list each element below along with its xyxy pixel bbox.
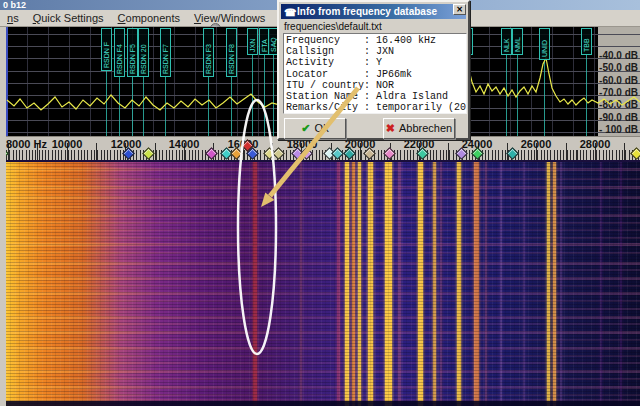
frequency-label: 8000 Hz bbox=[6, 138, 47, 150]
station-tag[interactable]: NLK bbox=[501, 28, 512, 55]
station-tag[interactable]: NML bbox=[512, 28, 523, 55]
frequency-label: 14000 bbox=[169, 138, 200, 150]
window-frame bbox=[0, 27, 6, 406]
info-dialog: ☎ Info from frequency database ✕ frequen… bbox=[277, 0, 470, 140]
waterfall-bottom-edge bbox=[6, 401, 640, 406]
station-tag[interactable]: TBB bbox=[581, 28, 592, 55]
station-tag[interactable]: RSDN F bbox=[101, 28, 112, 71]
station-tag[interactable]: RSDN F4 bbox=[114, 28, 125, 77]
dialog-close-button[interactable]: ✕ bbox=[453, 4, 466, 15]
station-tag[interactable]: RSDN F7 bbox=[160, 28, 171, 77]
dialog-titlebar[interactable]: ☎ Info from frequency database bbox=[281, 4, 466, 19]
frequency-label: 28000 bbox=[580, 138, 611, 150]
menu-item-view-windows[interactable]: View/Windows bbox=[187, 10, 272, 26]
waterfall-display[interactable] bbox=[6, 160, 640, 406]
app-window: 0 b12 nsQuick SettingsComponentsView/Win… bbox=[0, 0, 640, 406]
station-tag[interactable]: RSDN F3 bbox=[203, 28, 214, 77]
menu-item-components[interactable]: Components bbox=[111, 10, 187, 26]
station-info-line: Activity : Y bbox=[286, 57, 464, 68]
menu-item-quick-settings[interactable]: Quick Settings bbox=[26, 10, 111, 26]
close-icon: ✕ bbox=[456, 5, 463, 14]
cancel-button[interactable]: ✖Abbrechen bbox=[383, 118, 455, 139]
station-info-line: Locator : JP66mk bbox=[286, 69, 464, 80]
app-phone-icon: ☎ bbox=[284, 5, 296, 20]
station-info-box: Frequency : 16.400 kHzCallsign : JXNActi… bbox=[283, 33, 467, 114]
frequency-label: 10000 bbox=[52, 138, 83, 150]
station-info-line: Remarks/City : temporarily (2015) bbox=[286, 102, 464, 113]
database-filename: frequencies\default.txt bbox=[284, 21, 382, 32]
ok-button[interactable]: ✔Ok bbox=[284, 118, 346, 139]
station-info-line: Callsign : JXN bbox=[286, 46, 464, 57]
x-icon: ✖ bbox=[386, 122, 395, 134]
menu-item-ns[interactable]: ns bbox=[0, 10, 26, 26]
station-tag[interactable]: UNID bbox=[539, 28, 550, 60]
frequency-label: 26000 bbox=[521, 138, 552, 150]
waterfall-noise-texture bbox=[6, 160, 640, 406]
dialog-title: Info from frequency database bbox=[297, 6, 437, 17]
station-tag[interactable]: RSDN F5 bbox=[127, 28, 138, 77]
station-info-line: ITU / country: NOR bbox=[286, 80, 464, 91]
station-info-line: Frequency : 16.400 kHz bbox=[286, 35, 464, 46]
station-tag[interactable]: RSDN 20 bbox=[138, 28, 149, 77]
station-tag[interactable]: RSDN F8 bbox=[226, 28, 237, 77]
station-tag[interactable]: JXN bbox=[247, 28, 258, 55]
waterfall-top-edge bbox=[6, 160, 640, 162]
check-icon: ✔ bbox=[301, 122, 310, 134]
station-info-line: Station Name : Aldra Island bbox=[286, 91, 464, 102]
window-title: 0 b12 bbox=[3, 0, 26, 10]
